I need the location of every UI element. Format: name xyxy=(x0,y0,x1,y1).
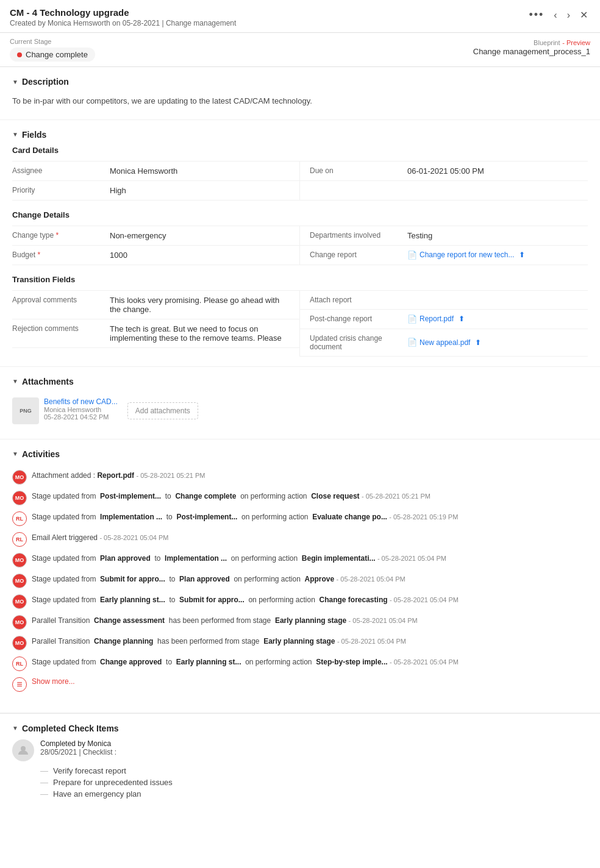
updated-crisis-field: Updated crisis change document 📄 New app… xyxy=(300,329,588,357)
attachment-info: Benefits of new CAD... Monica Hemsworth … xyxy=(44,397,118,421)
activity-item: MO Stage updated from Plan approved to I… xyxy=(12,553,588,567)
activity-avatar: RL xyxy=(12,532,27,547)
updated-crisis-link[interactable]: 📄 New appeal.pdf ⬆ xyxy=(407,338,588,347)
change-type-field: Change type * Non-emergency xyxy=(12,226,300,246)
blueprint-label: Blueprint xyxy=(534,39,560,46)
preview-link[interactable]: - Preview xyxy=(562,39,590,46)
more-options-button[interactable]: ••• xyxy=(526,7,546,23)
activity-avatar: MO xyxy=(12,615,27,630)
change-type-value: Non-emergency xyxy=(110,231,290,240)
fields-section-header[interactable]: ▼ Fields xyxy=(12,130,588,140)
attachment-user: Monica Hemsworth xyxy=(44,406,118,413)
file-ext-label: PNG xyxy=(20,408,32,414)
change-report-label: Change report xyxy=(310,251,407,259)
activity-item: RL Stage updated from Change approved to… xyxy=(12,656,588,671)
check-list: Verify forecast report Prepare for unpre… xyxy=(40,766,588,799)
next-button[interactable]: › xyxy=(565,9,573,22)
page-header: CM - 4 Technology upgrade Created by Mon… xyxy=(0,0,600,33)
add-attachment-button[interactable]: Add attachments xyxy=(127,402,198,419)
description-title: Description xyxy=(22,77,69,87)
attachments-area: PNG Benefits of new CAD... Monica Hemswo… xyxy=(12,393,588,429)
activity-text: Parallel Transition Change assessment ha… xyxy=(32,615,418,626)
check-list-item: Verify forecast report xyxy=(40,766,588,775)
departments-value: Testing xyxy=(407,231,588,240)
activity-text: Stage updated from Implementation ... to… xyxy=(32,511,458,522)
activity-item: RL Email Alert triggered - 05-28-2021 05… xyxy=(12,532,588,547)
fields-section: ▼ Fields Card Details Assignee Monica He… xyxy=(0,120,600,367)
attachment-date: 05-28-2021 04:52 PM xyxy=(44,413,118,421)
priority-right-empty xyxy=(300,181,588,201)
blueprint-section: Blueprint - Preview Change management_pr… xyxy=(473,38,590,56)
check-avatar xyxy=(12,739,34,761)
activity-item: MO Stage updated from Submit for appro..… xyxy=(12,574,588,588)
show-more-icon: ≡ xyxy=(12,677,27,692)
departments-label: Departments involved xyxy=(310,231,407,240)
card-details-grid: Assignee Monica Hemsworth Due on 06-01-2… xyxy=(12,161,588,201)
activities-toggle-icon: ▼ xyxy=(12,450,18,457)
description-toggle-icon: ▼ xyxy=(12,79,18,85)
activity-text: Email Alert triggered - 05-28-2021 05:04… xyxy=(32,532,169,543)
check-item-content: Completed by Monica 28/05/2021 | Checkli… xyxy=(40,739,116,756)
activity-text: Stage updated from Post-implement... to … xyxy=(32,491,430,502)
activity-item: MO Attachment added : Report.pdf - 05-28… xyxy=(12,470,588,485)
assignee-label: Assignee xyxy=(12,166,110,176)
attachments-section-header[interactable]: ▼ Attachments xyxy=(12,377,588,386)
assignee-field: Assignee Monica Hemsworth xyxy=(12,162,300,181)
activity-avatar: MO xyxy=(12,574,27,588)
activity-text: Parallel Transition Change planning has … xyxy=(32,636,406,647)
rejection-comments-label: Rejection comments xyxy=(12,324,110,343)
attach-report-field: Attach report xyxy=(300,291,588,310)
activities-list: MO Attachment added : Report.pdf - 05-28… xyxy=(12,465,588,703)
close-button[interactable]: ✕ xyxy=(577,8,590,22)
activities-section-header[interactable]: ▼ Activities xyxy=(12,449,588,459)
activity-item: MO Parallel Transition Change planning h… xyxy=(12,636,588,650)
transition-fields-title: Transition Fields xyxy=(12,275,588,284)
activities-section: ▼ Activities MO Attachment added : Repor… xyxy=(0,439,600,713)
activity-text: Stage updated from Submit for appro... t… xyxy=(32,574,405,585)
activity-avatar: MO xyxy=(12,491,27,505)
stage-name: Change complete xyxy=(26,50,88,59)
stage-bar: Current Stage Change complete Blueprint … xyxy=(0,33,600,67)
prev-button[interactable]: ‹ xyxy=(551,9,559,22)
activity-avatar: RL xyxy=(12,656,27,671)
transition-fields-grid: Approval comments This looks very promis… xyxy=(12,290,588,357)
transition-left: Approval comments This looks very promis… xyxy=(12,291,300,357)
attachment-filename[interactable]: Benefits of new CAD... xyxy=(44,397,118,406)
activity-item: RL Stage updated from Implementation ...… xyxy=(12,511,588,526)
stage-label: Current Stage xyxy=(10,38,95,45)
card-details-title: Card Details xyxy=(12,146,588,155)
check-items-section-header[interactable]: ▼ Completed Check Items xyxy=(12,724,588,733)
change-report-field: Change report 📄 Change report for new te… xyxy=(300,246,588,265)
activity-avatar: MO xyxy=(12,470,27,485)
budget-field: Budget * 1000 xyxy=(12,246,300,265)
check-list-item: Have an emergency plan xyxy=(40,789,588,799)
activity-text: Attachment added : Report.pdf - 05-28-20… xyxy=(32,470,205,481)
check-completed-by: Completed by Monica xyxy=(40,739,116,748)
change-report-link[interactable]: 📄 Change report for new tech... ⬆ xyxy=(407,251,588,260)
attachments-title: Attachments xyxy=(22,377,74,386)
due-on-label: Due on xyxy=(310,166,407,176)
due-on-value: 06-01-2021 05:00 PM xyxy=(407,166,588,176)
show-more-button[interactable]: Show more... xyxy=(32,677,75,686)
activity-item: MO Stage updated from Early planning st.… xyxy=(12,594,588,609)
activity-item: MO Parallel Transition Change assessment… xyxy=(12,615,588,630)
page-subtitle: Created by Monica Hemsworth on 05-28-202… xyxy=(10,19,590,27)
check-list-item: Prepare for unprecedented issues xyxy=(40,778,588,787)
activities-title: Activities xyxy=(22,449,60,459)
post-change-label: Post-change report xyxy=(310,315,407,323)
header-actions: ••• ‹ › ✕ xyxy=(526,7,590,23)
stage-badge: Change complete xyxy=(10,48,95,62)
updated-crisis-label: Updated crisis change document xyxy=(310,334,407,351)
post-change-link[interactable]: 📄 Report.pdf ⬆ xyxy=(407,315,588,324)
check-item-entry: Completed by Monica 28/05/2021 | Checkli… xyxy=(12,739,588,761)
approval-comments-value: This looks very promising. Please go ahe… xyxy=(110,296,290,314)
blueprint-header: Blueprint - Preview xyxy=(473,38,590,47)
show-more-item: ≡ Show more... xyxy=(12,677,588,692)
activity-avatar: MO xyxy=(12,636,27,650)
post-change-field: Post-change report 📄 Report.pdf ⬆ xyxy=(300,310,588,329)
attach-report-label: Attach report xyxy=(310,296,407,304)
check-date-checklist: 28/05/2021 | Checklist : xyxy=(40,748,116,756)
description-section-header[interactable]: ▼ Description xyxy=(12,77,588,87)
budget-value: 1000 xyxy=(110,251,290,260)
priority-value: High xyxy=(110,186,290,195)
